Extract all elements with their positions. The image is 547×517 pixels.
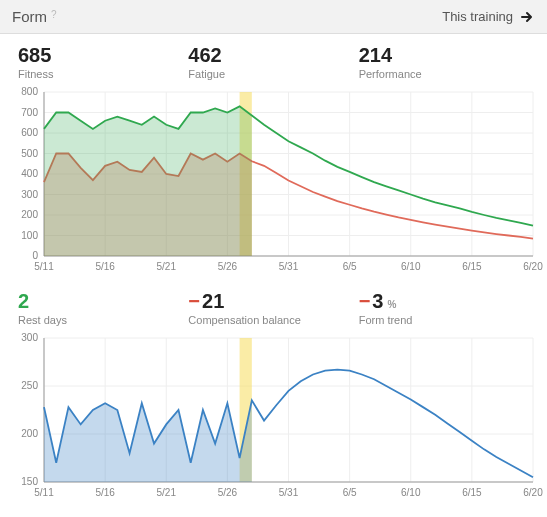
svg-text:6/20: 6/20 (523, 261, 543, 272)
svg-text:5/31: 5/31 (279, 261, 299, 272)
metrics-top: 685 Fitness 462 Fatigue 214 Performance (0, 34, 547, 86)
svg-text:5/11: 5/11 (34, 487, 54, 498)
metric-fitness: 685 Fitness (18, 44, 188, 80)
svg-text:6/5: 6/5 (343, 487, 357, 498)
svg-text:200: 200 (21, 209, 38, 220)
metric-label: Fitness (18, 68, 188, 80)
metric-rest-days: 2 Rest days (18, 290, 188, 326)
metric-label: Form trend (359, 314, 529, 326)
metric-value: 3 (372, 290, 383, 313)
metric-label: Performance (359, 68, 529, 80)
metric-compensation-balance: −21 Compensation balance (188, 290, 358, 326)
svg-text:5/16: 5/16 (95, 487, 115, 498)
metric-label: Rest days (18, 314, 188, 326)
svg-text:5/26: 5/26 (218, 261, 238, 272)
svg-text:6/15: 6/15 (462, 487, 482, 498)
panel-header: Form ? This training (0, 0, 547, 34)
help-icon[interactable]: ? (51, 9, 57, 20)
svg-text:800: 800 (21, 86, 38, 97)
svg-text:0: 0 (32, 250, 38, 261)
metric-performance: 214 Performance (359, 44, 529, 80)
svg-text:6/10: 6/10 (401, 261, 421, 272)
svg-text:6/15: 6/15 (462, 261, 482, 272)
svg-text:5/21: 5/21 (157, 487, 177, 498)
svg-text:300: 300 (21, 189, 38, 200)
metric-value: 2 (18, 290, 29, 313)
svg-text:5/26: 5/26 (218, 487, 238, 498)
svg-text:700: 700 (21, 107, 38, 118)
metric-value: 462 (188, 44, 221, 67)
svg-text:5/11: 5/11 (34, 261, 54, 272)
metric-value: 685 (18, 44, 51, 67)
chart-performance: 1502002503005/115/165/215/265/316/56/106… (0, 332, 547, 506)
arrow-right-icon (519, 9, 535, 25)
svg-text:150: 150 (21, 476, 38, 487)
svg-text:300: 300 (21, 332, 38, 343)
svg-text:6/10: 6/10 (401, 487, 421, 498)
metric-suffix: % (387, 299, 396, 310)
header-left: Form ? (12, 8, 57, 25)
svg-text:400: 400 (21, 168, 38, 179)
svg-text:5/21: 5/21 (157, 261, 177, 272)
svg-text:6/20: 6/20 (523, 487, 543, 498)
svg-text:500: 500 (21, 148, 38, 159)
svg-text:100: 100 (21, 230, 38, 241)
svg-text:5/31: 5/31 (279, 487, 299, 498)
metric-label: Compensation balance (188, 314, 358, 326)
metric-form-trend: −3% Form trend (359, 290, 529, 326)
chart-fitness-fatigue: 01002003004005006007008005/115/165/215/2… (0, 86, 547, 280)
svg-text:250: 250 (21, 380, 38, 391)
training-selector[interactable]: This training (442, 9, 535, 25)
panel-title: Form (12, 8, 47, 25)
svg-text:6/5: 6/5 (343, 261, 357, 272)
svg-text:600: 600 (21, 127, 38, 138)
metric-sign: − (359, 290, 371, 313)
metrics-bottom: 2 Rest days −21 Compensation balance −3%… (0, 280, 547, 332)
metric-value: 21 (202, 290, 224, 313)
training-label: This training (442, 9, 513, 24)
metric-fatigue: 462 Fatigue (188, 44, 358, 80)
svg-text:5/16: 5/16 (95, 261, 115, 272)
svg-text:200: 200 (21, 428, 38, 439)
metric-sign: − (188, 290, 200, 313)
metric-label: Fatigue (188, 68, 358, 80)
metric-value: 214 (359, 44, 392, 67)
